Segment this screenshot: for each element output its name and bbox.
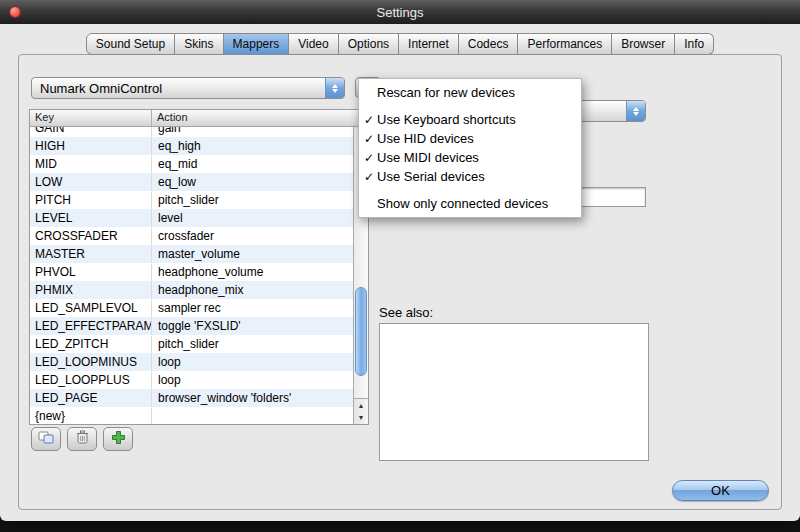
add-icon [111, 430, 126, 449]
menu-item-label: Use MIDI devices [377, 150, 479, 165]
table-row[interactable]: {new} [30, 407, 353, 424]
tab-performances[interactable]: Performances [518, 33, 612, 55]
checkmark-icon: ✓ [364, 113, 377, 127]
cell-action: toggle 'FXSLID' [152, 318, 353, 335]
table-row[interactable]: MIDeq_mid [30, 155, 353, 173]
cell-key: LEVEL [30, 210, 152, 227]
checkmark-icon: ✓ [364, 132, 377, 146]
tab-bar: Sound SetupSkinsMappersVideoOptionsInter… [0, 33, 800, 55]
menu-item-use-keyboard-shortcuts[interactable]: ✓Use Keyboard shortcuts [359, 110, 581, 129]
window-title: Settings [377, 5, 424, 20]
tab-sound-setup[interactable]: Sound Setup [86, 33, 175, 55]
cell-key: GAIN [30, 127, 152, 137]
tab-internet[interactable]: Internet [399, 33, 459, 55]
see-also-label: See also: [379, 305, 433, 320]
menu-item-show-only-connected-devices[interactable]: Show only connected devices [359, 194, 581, 213]
table-row[interactable]: HIGHeq_high [30, 137, 353, 155]
column-header-action[interactable]: Action [152, 110, 368, 126]
cell-key: PHMIX [30, 282, 152, 299]
cell-action: pitch_slider [152, 336, 353, 353]
tab-mappers[interactable]: Mappers [224, 33, 290, 55]
duplicate-mapping-button[interactable] [31, 427, 61, 451]
table-row[interactable]: LOWeq_low [30, 173, 353, 191]
cell-key: LED_SAMPLEVOL [30, 300, 152, 317]
menu-item-use-midi-devices[interactable]: ✓Use MIDI devices [359, 148, 581, 167]
cell-action: crossfader [152, 228, 353, 245]
table-row[interactable]: GAINgain [30, 127, 353, 137]
table-row[interactable]: PHVOLheadphone_volume [30, 263, 353, 281]
table-row[interactable]: LEVELlevel [30, 209, 353, 227]
cell-key: CROSSFADER [30, 228, 152, 245]
table-row[interactable]: PITCHpitch_slider [30, 191, 353, 209]
table-row[interactable]: LED_SAMPLEVOLsampler rec [30, 299, 353, 317]
close-button[interactable] [9, 6, 21, 18]
table-row[interactable]: MASTERmaster_volume [30, 245, 353, 263]
table-row[interactable]: LED_EFFECTPARAMtoggle 'FXSLID' [30, 317, 353, 335]
table-row[interactable]: LED_LOOPPLUSloop [30, 371, 353, 389]
cell-key: LED_PAGE [30, 390, 152, 407]
cell-key: HIGH [30, 138, 152, 155]
scroll-down-arrow[interactable]: ▼ [354, 412, 368, 425]
table-row[interactable]: LED_LOOPMINUSloop [30, 353, 353, 371]
menu-separator [359, 186, 581, 194]
menu-item-label: Use HID devices [377, 131, 474, 146]
cell-action: loop [152, 354, 353, 371]
add-mapping-button[interactable] [103, 427, 133, 451]
cell-key: MASTER [30, 246, 152, 263]
checkmark-icon: ✓ [364, 170, 377, 184]
cell-action: gain [152, 127, 353, 137]
table-row[interactable]: CROSSFADERcrossfader [30, 227, 353, 245]
scrollbar-thumb[interactable] [355, 287, 367, 376]
cell-key: LED_ZPITCH [30, 336, 152, 353]
cell-action: headphone_volume [152, 264, 353, 281]
ok-button[interactable]: OK [672, 480, 769, 501]
menu-item-label: Rescan for new devices [377, 85, 515, 100]
menu-item-label: Show only connected devices [377, 196, 548, 211]
cell-action: pitch_slider [152, 192, 353, 209]
menu-item-label: Use Keyboard shortcuts [377, 112, 516, 127]
cell-key: MID [30, 156, 152, 173]
dropdown-arrows-icon [626, 101, 645, 121]
checkmark-icon: ✓ [364, 151, 377, 165]
see-also-list[interactable] [379, 323, 649, 461]
column-header-key[interactable]: Key [30, 110, 152, 126]
menu-item-use-serial-devices[interactable]: ✓Use Serial devices [359, 167, 581, 186]
duplicate-icon [38, 430, 54, 448]
scroll-up-arrow[interactable]: ▲ [354, 399, 368, 412]
mapping-table: Key Action GAINgainHIGHeq_highMIDeq_midL… [29, 109, 369, 425]
cell-action: headphone_mix [152, 282, 353, 299]
menu-separator [359, 102, 581, 110]
titlebar: Settings [0, 0, 800, 24]
cell-action: eq_high [152, 138, 353, 155]
cell-key: LED_LOOPPLUS [30, 372, 152, 389]
table-row[interactable]: PHMIXheadphone_mix [30, 281, 353, 299]
cell-key: PITCH [30, 192, 152, 209]
tab-info[interactable]: Info [675, 33, 714, 55]
menu-item-use-hid-devices[interactable]: ✓Use HID devices [359, 129, 581, 148]
settings-window: Settings Sound SetupSkinsMappersVideoOpt… [0, 0, 800, 521]
trash-icon [76, 430, 89, 448]
tab-skins[interactable]: Skins [175, 33, 223, 55]
tab-browser[interactable]: Browser [612, 33, 675, 55]
cell-action: sampler rec [152, 300, 353, 317]
cell-action: eq_mid [152, 156, 353, 173]
table-row[interactable]: LED_PAGEbrowser_window 'folders' [30, 389, 353, 407]
cell-action: eq_low [152, 174, 353, 191]
cell-key: LOW [30, 174, 152, 191]
cell-action: level [152, 210, 353, 227]
scrollbar-arrows: ▲ ▼ [354, 398, 368, 424]
device-menu: Rescan for new devices✓Use Keyboard shor… [358, 78, 582, 218]
device-dropdown[interactable]: Numark OmniControl [31, 77, 345, 99]
delete-mapping-button[interactable] [67, 427, 97, 451]
mapping-table-header: Key Action [30, 110, 368, 127]
cell-key: PHVOL [30, 264, 152, 281]
cell-key: {new} [30, 408, 152, 424]
tab-options[interactable]: Options [339, 33, 399, 55]
cell-key: LED_LOOPMINUS [30, 354, 152, 371]
table-row[interactable]: LED_ZPITCHpitch_slider [30, 335, 353, 353]
tab-codecs[interactable]: Codecs [459, 33, 519, 55]
menu-item-rescan-for-new-devices[interactable]: Rescan for new devices [359, 83, 581, 102]
tab-video[interactable]: Video [289, 33, 338, 55]
cell-action: browser_window 'folders' [152, 390, 353, 407]
menu-item-label: Use Serial devices [377, 169, 485, 184]
